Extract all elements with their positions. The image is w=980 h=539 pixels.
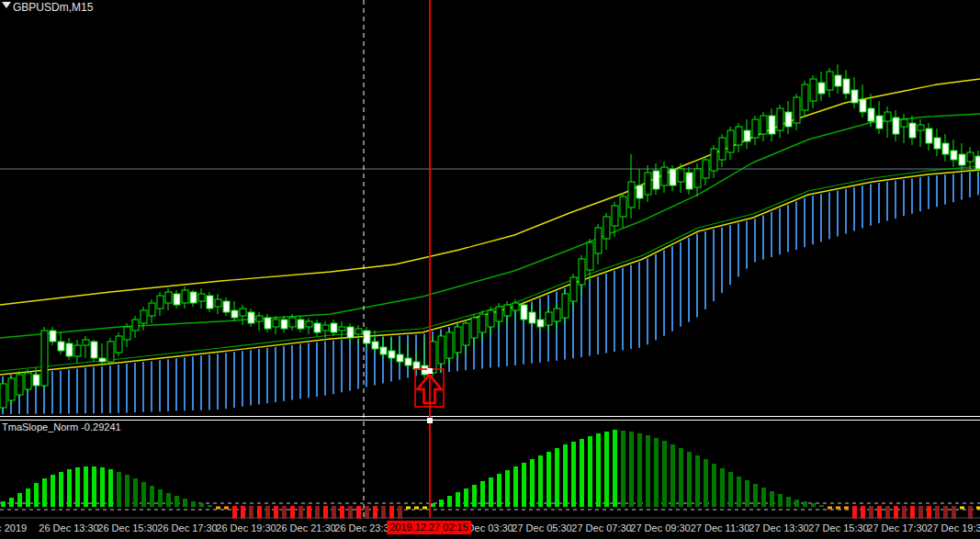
bear-candle-body bbox=[537, 320, 544, 327]
bull-candle-body bbox=[504, 305, 511, 316]
bull-candle-body bbox=[471, 318, 478, 338]
bull-candle-body bbox=[628, 182, 635, 208]
indicator-up-bar bbox=[158, 489, 163, 507]
indicator-up-bar bbox=[26, 488, 30, 507]
bull-candle-body bbox=[157, 296, 163, 309]
indicator-up-bar bbox=[571, 442, 576, 507]
indicator-up-bar bbox=[654, 438, 659, 507]
indicator-up-bar bbox=[17, 493, 22, 507]
bull-candle-body bbox=[645, 173, 651, 195]
selection-handle[interactable] bbox=[427, 418, 433, 423]
bull-candle-body bbox=[322, 325, 329, 331]
indicator-up-bar bbox=[794, 500, 799, 507]
bear-candle-body bbox=[248, 312, 254, 323]
bear-candle-body bbox=[893, 118, 899, 134]
indicator-up-bar bbox=[175, 496, 179, 507]
indicator-up-bar bbox=[546, 452, 551, 507]
mt4-chart-window[interactable]: GBPUSDm,M15 TmaSlope_Norm -0.29241 6 Dec… bbox=[0, 0, 980, 539]
indicator-up-bar bbox=[761, 488, 766, 507]
indicator-up-bar bbox=[431, 503, 435, 507]
bear-candle-body bbox=[298, 320, 304, 329]
bull-candle-body bbox=[554, 309, 560, 321]
time-axis-label: 27 Dec 13:30 bbox=[749, 522, 808, 533]
bear-candle-body bbox=[785, 112, 792, 127]
indicator-up-bar bbox=[67, 469, 72, 507]
indicator-value-label: TmaSlope_Norm -0.29241 bbox=[2, 421, 121, 432]
bull-candle-body bbox=[116, 336, 122, 353]
bull-candle-body bbox=[438, 336, 445, 364]
bear-candle-body bbox=[190, 292, 197, 303]
bull-candle-body bbox=[802, 84, 808, 110]
time-axis-label: 6 Dec 2019 bbox=[0, 522, 27, 533]
bull-candle-body bbox=[562, 294, 569, 318]
bear-candle-body bbox=[934, 138, 941, 149]
indicator-up-bar bbox=[84, 466, 88, 507]
indicator-up-bar bbox=[34, 483, 39, 507]
bear-candle-body bbox=[868, 108, 874, 121]
indicator-up-bar bbox=[613, 430, 617, 507]
indicator-up-bar bbox=[819, 505, 824, 507]
indicator-up-bar bbox=[737, 477, 741, 507]
time-axis-label: 26 Dec 13:30 bbox=[39, 522, 98, 533]
indicator-up-bar bbox=[472, 485, 477, 507]
selection-handle[interactable] bbox=[427, 368, 433, 374]
indicator-up-bar bbox=[720, 468, 725, 507]
indicator-up-bar bbox=[51, 475, 55, 507]
indicator-up-bar bbox=[100, 467, 105, 507]
time-axis[interactable]: 6 Dec 201926 Dec 13:3026 Dec 15:3026 Dec… bbox=[0, 519, 980, 539]
bear-candle-body bbox=[397, 354, 403, 362]
bull-candle-body bbox=[546, 312, 552, 325]
bear-candle-body bbox=[909, 123, 916, 138]
bull-candle-body bbox=[827, 72, 833, 90]
bull-candle-body bbox=[17, 375, 23, 395]
indicator-up-bar bbox=[629, 432, 634, 507]
indicator-dash-bar bbox=[216, 507, 220, 510]
bull-candle-body bbox=[703, 160, 709, 178]
indicator-up-bar bbox=[439, 500, 444, 507]
bull-candle-body bbox=[694, 169, 701, 187]
bear-candle-body bbox=[66, 343, 73, 356]
bull-candle-body bbox=[810, 79, 817, 101]
bear-candle-body bbox=[331, 323, 337, 332]
bull-candle-body bbox=[273, 320, 279, 327]
bull-candle-body bbox=[240, 309, 246, 316]
bear-candle-body bbox=[975, 156, 980, 169]
indicator-up-bar bbox=[133, 478, 138, 507]
indicator-dash-bar bbox=[224, 507, 229, 510]
bull-candle-body bbox=[446, 332, 453, 358]
bull-candle-body bbox=[612, 206, 618, 226]
indicator-up-bar bbox=[621, 431, 625, 507]
bull-candle-body bbox=[479, 314, 486, 332]
indicator-up-bar bbox=[42, 478, 47, 507]
indicator-up-bar bbox=[695, 455, 700, 507]
bear-candle-body bbox=[314, 323, 321, 332]
bull-candle-body bbox=[455, 327, 461, 353]
bull-candle-body bbox=[339, 327, 345, 331]
bull-candle-body bbox=[967, 152, 974, 162]
bear-candle-body bbox=[265, 318, 271, 329]
bear-candle-body bbox=[174, 294, 180, 305]
bull-candle-body bbox=[711, 149, 717, 171]
bear-candle-body bbox=[281, 320, 287, 329]
middle-green-ma-line bbox=[0, 114, 980, 338]
bull-candle-body bbox=[661, 167, 668, 185]
bear-candle-body bbox=[521, 305, 527, 320]
bear-candle-body bbox=[769, 116, 775, 134]
indicator-up-bar bbox=[745, 480, 749, 507]
indicator-up-bar bbox=[75, 467, 80, 507]
chart-canvas[interactable] bbox=[0, 0, 980, 539]
bull-candle-body bbox=[165, 292, 172, 303]
bear-candle-body bbox=[951, 151, 957, 160]
time-axis-label: 27 Dec 05:30 bbox=[512, 522, 571, 533]
indicator-up-bar bbox=[208, 505, 212, 507]
bear-candle-body bbox=[50, 331, 56, 342]
bull-candle-body bbox=[289, 318, 296, 327]
indicator-dash-bar bbox=[836, 507, 840, 510]
indicator-dash-bar bbox=[422, 507, 427, 510]
bull-candle-body bbox=[215, 299, 221, 307]
bear-candle-body bbox=[843, 79, 850, 94]
bull-candle-body bbox=[41, 331, 48, 386]
indicator-up-bar bbox=[679, 448, 683, 507]
bear-candle-body bbox=[860, 99, 866, 112]
bear-candle-body bbox=[58, 342, 64, 351]
